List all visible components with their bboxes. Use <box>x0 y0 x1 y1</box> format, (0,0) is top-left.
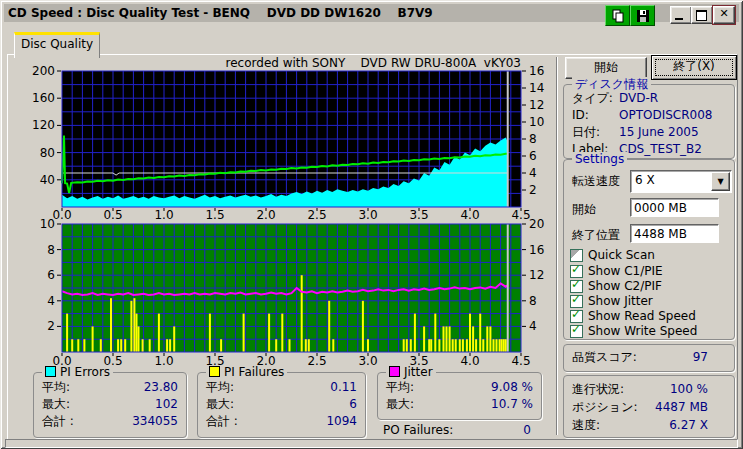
checkbox-show-write-speed[interactable]: Show Write Speed <box>570 324 697 338</box>
svg-text:80: 80 <box>40 146 55 160</box>
total-value: 1094 <box>326 413 357 429</box>
pi-errors-swatch <box>45 366 56 377</box>
disc-info-row: ID:OPTODISCR008 <box>572 107 726 123</box>
stat-row: 平均:9.08 % <box>386 379 533 395</box>
checkbox-label: Show Read Speed <box>588 309 696 323</box>
copy-button[interactable] <box>605 5 630 26</box>
disc-info-row: タイプ:DVD-R <box>572 90 726 106</box>
progress-row: ポジション:4487 MB <box>572 399 726 415</box>
maximize-icon <box>696 10 707 21</box>
disc-info-title: ディスク情報 <box>572 77 651 91</box>
checkbox-label: Show Write Speed <box>588 324 697 338</box>
status-bar <box>5 439 738 448</box>
maximize-button[interactable] <box>691 6 713 24</box>
checkbox-show-jitter[interactable]: Show Jitter <box>570 294 653 308</box>
checkbox-label: Quick Scan <box>588 248 655 262</box>
checkbox-show-c2-pif[interactable]: Show C2/PIF <box>570 279 662 293</box>
stat-row: 平均:23.80 <box>42 379 178 395</box>
svg-text:12: 12 <box>529 98 544 112</box>
progress-label: 進行状況: <box>572 381 624 397</box>
id-label: ID: <box>572 107 589 123</box>
svg-text:6: 6 <box>47 268 55 282</box>
minimize-button[interactable] <box>670 6 692 24</box>
pi-errors-group: PI Errors 平均:23.80 最大:102 合計 :334055 <box>33 372 187 438</box>
checkbox-label: Show Jitter <box>588 294 653 308</box>
avg-label: 平均: <box>386 379 414 395</box>
save-button[interactable] <box>630 5 655 26</box>
svg-text:10: 10 <box>529 115 544 129</box>
svg-text:2.5: 2.5 <box>307 354 326 368</box>
svg-text:4: 4 <box>529 319 537 333</box>
speed-label: 転送速度 <box>572 173 620 190</box>
window-title: CD Speed : Disc Quality Test - BENQ DVD … <box>8 6 433 20</box>
start-button[interactable]: 開始 <box>565 57 647 79</box>
checkbox-show-c1-pie[interactable]: Show C1/PIE <box>570 264 663 278</box>
start-pos-label: 開始 <box>572 201 596 218</box>
svg-text:12: 12 <box>529 268 544 282</box>
jitter-title: Jitter <box>386 365 436 379</box>
stop-button[interactable]: 終了(X) <box>651 55 737 80</box>
checkbox-label: Show C2/PIF <box>588 279 662 293</box>
progress-row: 進行状況:100 % <box>572 381 726 397</box>
checkbox-label: Show C1/PIE <box>588 264 663 278</box>
stat-row: 最大:6 <box>206 396 357 412</box>
svg-text:3.0: 3.0 <box>358 354 377 368</box>
svg-text:20: 20 <box>529 217 544 231</box>
disc-info-group: ディスク情報 タイプ:DVD-R ID:OPTODISCR008 日付:15 J… <box>563 84 735 159</box>
stat-row: 合計 :1094 <box>206 413 357 429</box>
close-icon: ✕ <box>714 7 734 23</box>
vertical-separator <box>556 57 558 435</box>
chevron-down-icon: ▼ <box>717 177 723 186</box>
date-value: 15 June 2005 <box>619 124 699 140</box>
total-label: 合計 : <box>206 413 238 429</box>
title-bar[interactable]: CD Speed : Disc Quality Test - BENQ DVD … <box>4 4 739 22</box>
speed-selected-value: 6 X <box>635 173 655 187</box>
type-label: タイプ: <box>572 90 613 106</box>
svg-text:16: 16 <box>529 243 544 257</box>
checkbox-quick-scan[interactable]: Quick Scan <box>570 248 655 262</box>
quality-score-row: 品質スコア: 97 <box>572 349 726 365</box>
end-position-input[interactable] <box>630 224 719 243</box>
checkbox-show-read-speed[interactable]: Show Read Speed <box>570 309 696 323</box>
pi-failures-swatch <box>209 366 220 377</box>
label-value: CDS_TEST_B2 <box>619 141 702 157</box>
pi-failures-title: PI Failures <box>206 365 287 379</box>
end-pos-label: 終了位置 <box>572 227 620 244</box>
po-failures-label: PO Failures: <box>383 423 453 437</box>
copy-icon <box>611 9 625 23</box>
avg-value: 23.80 <box>144 379 178 395</box>
speed-select[interactable]: 6 X ▼ <box>630 170 732 193</box>
avg-label: 平均: <box>42 379 70 395</box>
svg-text:4: 4 <box>47 294 55 308</box>
close-button[interactable]: ✕ <box>713 6 735 24</box>
focus-rect <box>655 59 733 76</box>
checkbox-icon[interactable] <box>570 249 583 262</box>
svg-text:6: 6 <box>529 149 537 163</box>
speed-dropdown-button[interactable]: ▼ <box>711 172 730 191</box>
svg-text:1.0: 1.0 <box>154 354 173 368</box>
checkbox-icon[interactable] <box>570 325 583 338</box>
svg-text:200: 200 <box>32 64 55 78</box>
tab-disc-quality[interactable]: Disc Quality <box>14 32 100 58</box>
svg-text:8: 8 <box>529 294 537 308</box>
position-label: ポジション: <box>572 399 637 415</box>
max-value: 6 <box>349 396 357 412</box>
svg-text:160: 160 <box>32 91 55 105</box>
max-label: 最大: <box>386 396 414 412</box>
settings-title: Settings <box>572 152 627 166</box>
total-label: 合計 : <box>42 413 74 429</box>
jitter-group: Jitter 平均:9.08 % 最大:10.7 % <box>377 372 542 420</box>
progress-value: 100 % <box>670 381 708 397</box>
svg-text:2: 2 <box>529 183 537 197</box>
max-value: 10.7 % <box>491 396 533 412</box>
stat-row: 最大:10.7 % <box>386 396 533 412</box>
position-value: 4487 MB <box>655 399 708 415</box>
pif-jitter-chart: 0.00.51.01.52.02.53.03.54.04.52468104812… <box>30 217 560 371</box>
svg-text:8: 8 <box>47 243 55 257</box>
svg-text:120: 120 <box>32 118 55 132</box>
pi-failures-group: PI Failures 平均:0.11 最大:6 合計 :1094 <box>197 372 366 438</box>
start-position-input[interactable] <box>630 198 719 217</box>
max-label: 最大: <box>42 396 70 412</box>
quality-score-group: 品質スコア: 97 <box>563 344 735 372</box>
save-icon <box>636 9 650 23</box>
